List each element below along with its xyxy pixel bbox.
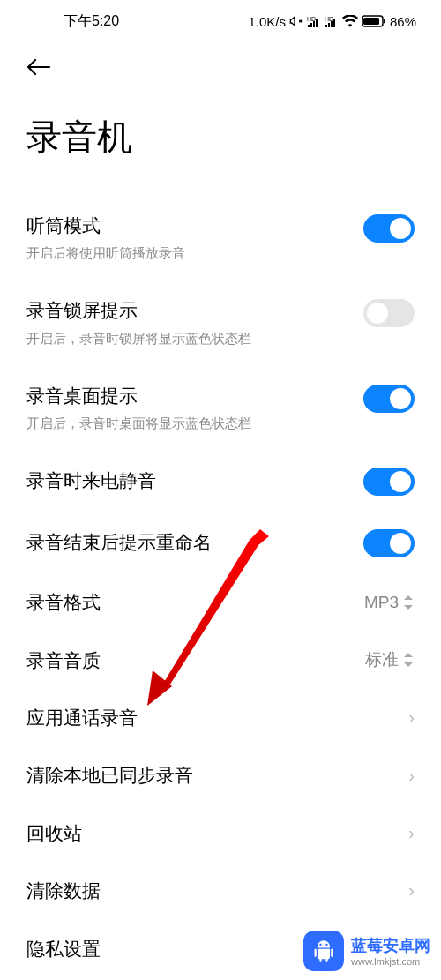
watermark-logo-icon	[303, 931, 344, 971]
setting-clear-synced[interactable]: 清除本地已同步录音 ›	[26, 746, 415, 804]
status-battery-percent: 86%	[390, 14, 416, 29]
setting-rename-prompt[interactable]: 录音结束后提示重命名	[26, 512, 415, 573]
chevron-right-icon: ›	[408, 707, 415, 728]
toggle-mute-incoming[interactable]	[363, 468, 415, 496]
svg-rect-12	[384, 19, 385, 24]
setting-title: 录音时来电静音	[26, 468, 363, 493]
setting-recycle-bin[interactable]: 回收站 ›	[26, 804, 415, 862]
setting-mute-incoming[interactable]: 录音时来电静音	[26, 450, 415, 512]
svg-rect-6	[325, 25, 327, 27]
toggle-earpiece[interactable]	[363, 214, 415, 243]
chevron-right-icon: ›	[408, 823, 415, 843]
setting-title: 回收站	[26, 820, 408, 846]
watermark: 蓝莓安卓网 www.lmkjst.com	[303, 931, 430, 971]
svg-rect-4	[316, 19, 318, 27]
svg-rect-8	[331, 21, 333, 27]
setting-title: 录音格式	[26, 589, 364, 615]
setting-title: 录音音质	[26, 647, 365, 673]
svg-rect-11	[363, 18, 379, 25]
back-button[interactable]	[0, 42, 441, 95]
setting-desc: 开启后，录音时锁屏将显示蓝色状态栏	[26, 329, 363, 348]
toggle-lockscreen[interactable]	[363, 299, 415, 327]
status-right: 1.0K/s HD HD 86%	[248, 14, 416, 29]
toggle-rename-prompt[interactable]	[363, 529, 415, 557]
watermark-title: 蓝莓安卓网	[351, 935, 430, 956]
settings-list: 听筒模式 开启后将使用听筒播放录音 录音锁屏提示 开启后，录音时锁屏将显示蓝色状…	[0, 195, 441, 977]
svg-text:HD: HD	[325, 16, 333, 22]
setting-earpiece-mode[interactable]: 听筒模式 开启后将使用听筒播放录音	[26, 195, 415, 280]
setting-title: 录音锁屏提示	[26, 297, 363, 323]
status-mute-icon	[289, 14, 303, 28]
svg-rect-9	[333, 19, 335, 27]
setting-app-call-recording[interactable]: 应用通话录音 ›	[26, 689, 415, 746]
status-time: 下午5:20	[64, 12, 119, 31]
svg-rect-2	[310, 23, 312, 27]
status-bar: 下午5:20 1.0K/s HD HD 86%	[0, 0, 441, 42]
setting-title: 录音桌面提示	[26, 383, 363, 408]
svg-text:HD: HD	[307, 16, 316, 22]
setting-title: 录音结束后提示重命名	[26, 529, 363, 555]
status-signal-2-icon: HD	[325, 15, 339, 27]
back-arrow-icon	[26, 58, 51, 76]
svg-rect-3	[313, 21, 315, 27]
setting-value: MP3	[364, 593, 399, 612]
setting-clear-data[interactable]: 清除数据 ›	[26, 862, 415, 919]
setting-title: 听筒模式	[26, 213, 363, 238]
setting-desc: 开启后，录音时桌面将显示蓝色状态栏	[26, 414, 363, 432]
setting-lockscreen-hint[interactable]: 录音锁屏提示 开启后，录音时锁屏将显示蓝色状态栏	[26, 280, 415, 364]
chevron-right-icon: ›	[408, 766, 415, 786]
status-battery-icon	[362, 15, 386, 27]
setting-value: 标准	[365, 648, 399, 671]
svg-rect-1	[308, 25, 310, 27]
page-title: 录音机	[0, 95, 441, 195]
status-speed: 1.0K/s	[248, 14, 286, 29]
svg-rect-7	[328, 23, 330, 27]
status-signal-1-icon: HD	[307, 15, 321, 27]
updown-icon	[404, 653, 415, 667]
setting-title: 应用通话录音	[26, 705, 408, 730]
setting-quality[interactable]: 录音音质 标准	[26, 632, 415, 689]
setting-desktop-hint[interactable]: 录音桌面提示 开启后，录音时桌面将显示蓝色状态栏	[26, 365, 415, 450]
setting-format[interactable]: 录音格式 MP3	[26, 573, 415, 631]
updown-icon	[404, 595, 415, 610]
watermark-url: www.lmkjst.com	[351, 956, 430, 967]
setting-title: 清除数据	[26, 878, 408, 903]
toggle-desktop[interactable]	[363, 385, 415, 413]
setting-title: 清除本地已同步录音	[26, 762, 408, 788]
status-wifi-icon	[342, 15, 358, 27]
chevron-right-icon: ›	[408, 880, 415, 901]
setting-desc: 开启后将使用听筒播放录音	[26, 243, 363, 262]
